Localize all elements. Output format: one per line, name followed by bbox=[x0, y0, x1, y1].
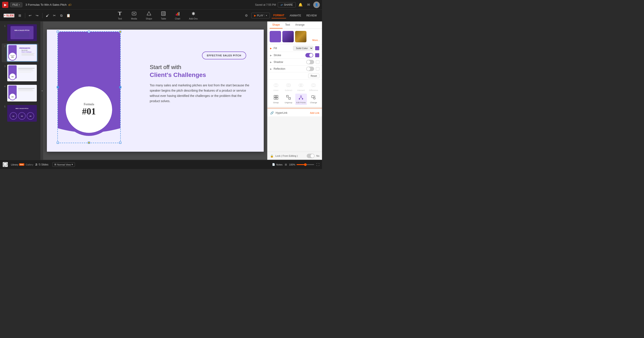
slide-thumbnail-5[interactable]: 5 WIN A SALES PITCH #01 #02 #03 bbox=[2, 104, 38, 123]
avatar[interactable]: 👤 bbox=[313, 2, 320, 8]
shadow-toggle[interactable] bbox=[306, 60, 314, 64]
media-tool[interactable]: Media bbox=[129, 10, 139, 21]
library-button[interactable]: Library New bbox=[11, 163, 24, 166]
change-op[interactable]: Change bbox=[308, 94, 319, 105]
table-tool[interactable]: Table bbox=[159, 10, 168, 21]
stroke-row: ▶ Stroke bbox=[268, 52, 322, 59]
cut-button[interactable]: ✂ bbox=[51, 12, 58, 19]
reflection-toggle[interactable] bbox=[306, 67, 314, 71]
shadow-checkbox[interactable] bbox=[316, 60, 319, 64]
format-tab[interactable]: FORMAT bbox=[272, 13, 286, 19]
zoom-slider[interactable] bbox=[296, 164, 314, 165]
reset-row: Reset bbox=[268, 72, 322, 80]
swatch-gradient-purple[interactable] bbox=[282, 31, 294, 42]
play-dropdown-icon: ▾ bbox=[264, 14, 267, 17]
play-button[interactable]: ▶ PLAY ▾ bbox=[251, 13, 270, 19]
settings-button[interactable]: ⚙ bbox=[243, 13, 250, 19]
svg-rect-10 bbox=[176, 14, 177, 16]
copy-button[interactable]: ⧉ bbox=[58, 12, 65, 19]
svg-point-61 bbox=[288, 84, 291, 87]
view-mode-icon: ⊞ bbox=[54, 163, 56, 166]
notes-button[interactable]: 📄 Notes bbox=[272, 163, 282, 166]
addons-tool[interactable]: Add-Ons bbox=[187, 10, 199, 21]
tab-arrange[interactable]: Arrange bbox=[293, 22, 307, 29]
ungroup-op[interactable]: Ungroup bbox=[282, 94, 294, 105]
change-icon bbox=[311, 95, 316, 101]
slide-view-button[interactable]: ⊞ bbox=[17, 12, 23, 19]
fill-color-swatch[interactable] bbox=[315, 46, 319, 51]
add-link-button[interactable]: Add Link bbox=[310, 112, 319, 114]
lock-label: Lock ( From Editing ) bbox=[275, 155, 305, 157]
bookmark-shape[interactable]: Formula #01 bbox=[58, 32, 120, 142]
slide-image-5: WIN A SALES PITCH #01 #02 #03 bbox=[7, 105, 37, 122]
slide-image-2: Formula #01 Start off with Client's Chal… bbox=[7, 44, 37, 62]
slide-thumbnail-1[interactable]: 1 WIN A SALES PITCH bbox=[2, 23, 38, 42]
sales-pitch-button[interactable]: EFFECTIVE SALES PITCH bbox=[202, 52, 246, 59]
share-button[interactable]: ⇄ SHARE bbox=[278, 2, 296, 8]
review-tab[interactable]: REVIEW bbox=[305, 13, 318, 18]
text-tool[interactable]: Text bbox=[116, 10, 124, 21]
panel-collapse-handle[interactable]: ◂ bbox=[40, 22, 43, 160]
svg-rect-34 bbox=[18, 68, 34, 69]
chart-tool[interactable]: Chart bbox=[173, 10, 182, 21]
gallery-button[interactable]: Gallery bbox=[26, 163, 33, 166]
fill-label: Fill bbox=[274, 47, 291, 50]
file-label: FILE bbox=[12, 3, 18, 6]
slide-number-2: 2 bbox=[2, 44, 6, 47]
svg-text:Start off with: Start off with bbox=[22, 50, 28, 51]
stroke-toggle[interactable] bbox=[305, 53, 313, 58]
more-swatches-link[interactable]: More... bbox=[312, 39, 320, 42]
svg-rect-5 bbox=[162, 12, 166, 16]
notifications-button[interactable]: 🔔 bbox=[298, 2, 304, 8]
stroke-color-swatch[interactable] bbox=[315, 53, 319, 58]
app-icon: ▶ bbox=[2, 2, 8, 8]
slide-image-1: WIN A SALES PITCH bbox=[7, 24, 37, 42]
view-mode-button[interactable]: ⊞ Normal View ▾ bbox=[52, 162, 75, 167]
group-op[interactable]: Group bbox=[270, 94, 282, 105]
paint-format-button[interactable]: 🖌 bbox=[44, 12, 51, 19]
difference-label: Difference bbox=[309, 89, 318, 91]
svg-rect-67 bbox=[276, 95, 278, 97]
swatch-wood[interactable] bbox=[295, 31, 306, 42]
reset-button[interactable]: Reset bbox=[308, 74, 319, 78]
text-label: Text bbox=[118, 18, 122, 20]
mail-button[interactable]: ✉ bbox=[305, 2, 312, 8]
right-panel: Shape Text Arrange More... ▶ Fill Solid … bbox=[267, 22, 322, 160]
svg-rect-44 bbox=[18, 88, 34, 89]
svg-rect-1 bbox=[120, 12, 120, 15]
animate-tab[interactable]: ANIMATE bbox=[288, 13, 303, 18]
svg-point-73 bbox=[302, 98, 303, 100]
svg-text:Client's Challenges: Client's Challenges bbox=[22, 51, 32, 53]
slide-thumbnail-2[interactable]: 2 Formula #01 Start off with Client's Ch… bbox=[2, 43, 38, 62]
swatch-solid-purple[interactable] bbox=[270, 31, 281, 42]
redo-button[interactable]: ↪ bbox=[34, 12, 40, 19]
swatches-row: More... bbox=[268, 29, 322, 45]
main-area: 1 WIN A SALES PITCH 2 bbox=[0, 22, 322, 160]
zoom-thumb[interactable] bbox=[304, 163, 307, 166]
chat-button[interactable]: 💬 bbox=[3, 162, 8, 167]
tab-text[interactable]: Text bbox=[282, 22, 293, 29]
lock-toggle[interactable] bbox=[307, 154, 314, 158]
canvas-area[interactable]: Formula #01 EFFECTIVE SALES PITCH bbox=[43, 22, 267, 160]
shadow-chevron-icon: ▶ bbox=[270, 61, 272, 63]
fullscreen-button[interactable]: ⛶ bbox=[316, 163, 319, 166]
add-slide-button[interactable]: + SLIDE bbox=[4, 14, 14, 18]
tab-shape[interactable]: Shape bbox=[270, 22, 282, 29]
undo-button[interactable]: ↩ bbox=[27, 12, 34, 19]
slide-content-area: Start off with Client's Challenges Too m… bbox=[150, 64, 250, 104]
zoom-area: 100% bbox=[289, 163, 314, 166]
slide-thumbnail-3[interactable]: 3 #02 bbox=[2, 64, 38, 82]
slide-image-4: #03 bbox=[7, 84, 37, 102]
svg-rect-11 bbox=[177, 13, 178, 16]
paste-button[interactable]: 📋 bbox=[65, 12, 72, 19]
file-menu-button[interactable]: FILE ▾ bbox=[10, 3, 22, 7]
slide-thumbnail-4[interactable]: 4 #03 bbox=[2, 84, 38, 103]
shape-tool[interactable]: Shape bbox=[144, 10, 154, 21]
svg-rect-25 bbox=[22, 53, 34, 54]
chart-label: Chart bbox=[175, 18, 180, 20]
svg-rect-71 bbox=[289, 98, 290, 99]
fill-type-dropdown[interactable]: Solid Color Gradient Image None bbox=[293, 46, 313, 51]
reflection-checkbox[interactable] bbox=[316, 67, 319, 71]
top-bar: ▶ FILE ▾ 3 Formulas To Win A Sales Pitch… bbox=[0, 0, 322, 10]
edit-points-op[interactable]: Edit Points bbox=[295, 94, 307, 105]
